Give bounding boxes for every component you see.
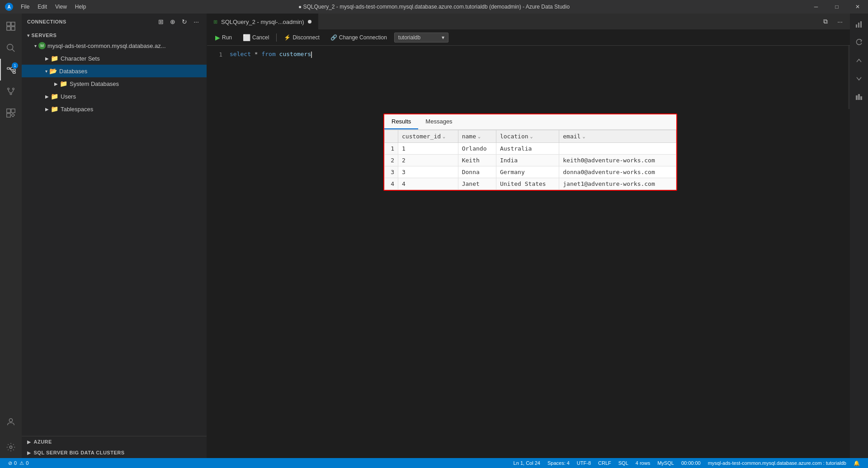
sql-clusters-chevron [27,450,31,455]
database-selector[interactable]: tutorialdb ▾ [394,33,448,43]
change-connection-button[interactable]: 🔗 Change Connection [327,33,391,42]
character-sets-chevron [45,56,49,61]
servers-section: SERVERS M mysql-ads-test-common.mysql.da… [22,29,207,117]
close-button[interactable]: ✕ [847,0,868,14]
cell-email: janet1@adventure-works.com [559,178,676,190]
results-tab-messages[interactable]: Messages [418,114,459,129]
tab-label: SQLQuery_2 - mysql-...oadmin) [221,19,304,25]
col-customer-id[interactable]: customer_id ⌄ [398,130,458,143]
server-node[interactable]: M mysql-ads-test-common.mysql.database.a… [22,39,207,52]
activity-bar: 1 [0,14,22,458]
query-tab[interactable]: ⊞ SQLQuery_2 - mysql-...oadmin) [207,14,318,29]
status-encoding[interactable]: UTF-8 [573,458,594,468]
cell-name: Orlando [458,143,496,155]
cell-customer-id: 3 [398,166,458,178]
server-chevron [34,43,37,48]
svg-point-17 [10,93,12,95]
error-count: 0 [14,460,17,466]
sidebar-bottom: AZURE SQL SERVER BIG DATA CLUSTERS [22,436,207,458]
sidebar-item-character-sets[interactable]: 📁 Character Sets [22,52,207,65]
minimize-button[interactable]: ─ [806,0,826,14]
status-position[interactable]: Ln 1, Col 24 [510,458,544,468]
sidebar-item-users[interactable]: 📁 Users [22,90,207,103]
table-header-row: customer_id ⌄ name ⌄ loc [385,130,676,143]
keyword-select: select [230,51,251,57]
cell-customer-id: 1 [398,143,458,155]
azure-section[interactable]: AZURE [22,436,207,447]
menu-edit[interactable]: Edit [34,3,51,11]
status-errors[interactable]: ⊘ 0 ⚠ 0 [5,458,32,468]
svg-rect-26 [856,95,858,100]
results-panel: Results Messages customer_id ⌄ [383,113,677,191]
sidebar-item-system-databases[interactable]: 📁 System Databases [22,77,207,90]
status-db-type: MySQL [654,458,678,468]
line-number-1: 1 [207,51,230,58]
results-tab-results[interactable]: Results [384,114,418,129]
status-bar: ⊘ 0 ⚠ 0 Ln 1, Col 24 Spaces: 4 UTF-8 CRL… [0,458,868,468]
server-name-label: mysql-ads-test-common.mysql.database.az.… [47,43,166,49]
disconnect-button[interactable]: ⚡ Disconnect [280,33,323,42]
more-tab-actions-button[interactable]: ··· [834,15,846,28]
activity-search[interactable] [0,37,22,59]
keyword-from: from [261,51,275,57]
cell-customer-id: 2 [398,155,458,166]
svg-point-16 [13,88,14,90]
col-name[interactable]: name ⌄ [458,130,496,143]
results-table: customer_id ⌄ name ⌄ loc [384,130,676,190]
disconnect-label: Disconnect [292,34,319,41]
mini-refresh-button[interactable] [852,35,866,50]
cell-email [559,143,676,155]
status-rows: 4 rows [632,458,654,468]
run-button[interactable]: ▶ Run [212,33,236,43]
activity-extensions[interactable] [0,102,22,124]
new-connection-button[interactable]: ⊞ [156,17,166,27]
status-bell[interactable]: 🔔 [850,458,863,468]
run-label: Run [222,34,232,41]
menu-view[interactable]: View [52,3,71,11]
editor-area[interactable]: 1 select * from customers [207,46,850,109]
activity-source-control[interactable] [0,80,22,102]
star-operator: * [251,51,261,57]
titlebar-menu: File Edit View Help [17,3,90,11]
split-editor-button[interactable]: ⧉ [819,15,832,28]
status-time: 00:00:00 [678,458,704,468]
maximize-button[interactable]: □ [826,0,847,14]
table-row: 4 4 Janet United States janet1@adventure… [385,178,676,190]
users-label: Users [61,93,76,100]
status-language[interactable]: SQL [615,458,632,468]
cancel-button[interactable]: ⬜ Cancel [239,33,273,43]
sidebar-item-databases[interactable]: 📂 Databases [22,65,207,77]
mini-up-button[interactable] [852,53,866,68]
mini-down-button[interactable] [852,71,866,86]
row-number: 2 [385,155,398,166]
activity-settings[interactable] [0,436,22,458]
svg-point-6 [7,44,13,50]
sidebar-item-tablespaces[interactable]: 📁 Tablespaces [22,103,207,115]
activity-connections[interactable]: 1 [0,59,22,80]
menu-file[interactable]: File [17,3,33,11]
svg-rect-20 [7,113,10,117]
status-line-ending[interactable]: CRLF [594,458,615,468]
status-spaces[interactable]: Spaces: 4 [544,458,573,468]
db-name: tutorialdb [398,34,420,41]
folder-icon: 📁 [51,55,58,62]
mini-bar-chart-button[interactable] [852,90,866,104]
activity-explorer[interactable] [0,15,22,37]
servers-section-header[interactable]: SERVERS [22,31,207,39]
status-connection[interactable]: mysql-ads-test-common.mysql.database.azu… [704,458,850,468]
col-email[interactable]: email ⌄ [559,130,676,143]
sql-clusters-section[interactable]: SQL SERVER BIG DATA CLUSTERS [22,447,207,458]
sidebar: CONNECTIONS ⊞ ⊕ ↻ ··· SERVERS M mysql-ad… [22,14,207,458]
col-location[interactable]: location ⌄ [496,130,559,143]
mini-chart-button[interactable] [852,17,866,32]
add-server-button[interactable]: ⊕ [168,17,178,27]
refresh-button[interactable]: ↻ [179,17,189,27]
more-actions-button[interactable]: ··· [191,17,201,27]
menu-help[interactable]: Help [71,3,90,11]
editor-scrollbar[interactable] [848,46,850,109]
tab-bar: ⊞ SQLQuery_2 - mysql-...oadmin) ⧉ ··· [207,14,850,29]
row-number: 3 [385,166,398,178]
table-row: 3 3 Donna Germany donna0@adventure-works… [385,166,676,178]
svg-line-7 [12,49,15,52]
activity-account[interactable] [0,411,22,433]
